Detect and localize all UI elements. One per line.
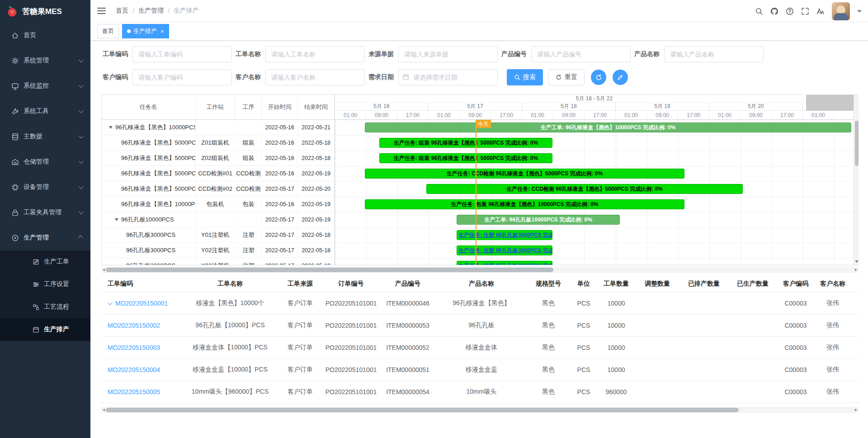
filter-field-source-document: 来源单据 (368, 46, 501, 62)
table-hscroll-thumb[interactable] (106, 408, 739, 412)
sidebar-item-home[interactable]: 首页 (0, 23, 90, 48)
gantt-horizontal-scrollbar[interactable] (101, 267, 859, 273)
search-button[interactable]: 搜索 (507, 69, 543, 85)
scroll-left-arrow-icon[interactable] (103, 409, 105, 411)
sidebar-subitem-flow[interactable]: 工艺流程 (0, 296, 90, 318)
table-cell: ITEM00000052 (379, 337, 436, 358)
workorder-link[interactable]: MO202205150003 (108, 344, 160, 351)
table-horizontal-scrollbar[interactable] (101, 407, 859, 413)
gantt-row[interactable]: 96孔移液盒【黑色】10000PCS包装机包装2022-05-162022-05… (102, 197, 335, 212)
app-logo[interactable]: 苦糖果MES (0, 0, 90, 23)
user-menu-caret-icon[interactable] (857, 10, 862, 13)
gantt-bar-task[interactable]: 生产任务: 注塑 96孔孔板3000PCS 完成比例: 0% (457, 261, 552, 265)
workorder-name-input[interactable] (265, 46, 365, 62)
font-size-icon[interactable] (816, 7, 825, 15)
table-row[interactable]: MO202205150001移液盒【黑色】10000个客户订单PO2022051… (101, 292, 859, 315)
workorders-table: 工单编码工单名称工单来源订单编号产品编号产品名称规格型号单位工单数量调整数量已排… (101, 275, 859, 404)
gantt-row[interactable]: 96孔孔板3000PCSY02注塑机注塑2022-05-172022-05-18 (102, 243, 335, 258)
gantt-bar-task[interactable]: 生产任务: CCD检测 96孔移液盒【黑色】5000PCS 完成比例: 0% (426, 184, 743, 194)
gantt-row[interactable]: 96孔移液盒【黑色】5000PCSCCD检测#01CCD检测2022-05-16… (102, 166, 335, 181)
gantt-vertical-scrollbar[interactable] (854, 95, 859, 265)
tab-close-icon[interactable]: × (160, 28, 164, 34)
table-row[interactable]: MO20220515000510mm吸头【960000】PCS客户订单PO202… (101, 381, 859, 403)
gantt-bar-task[interactable]: 生产任务: 注塑 96孔孔板3000PCS 完成比例: 0% (457, 245, 552, 255)
sidebar-item-database[interactable]: 主数据 (0, 124, 90, 149)
gantt-vscroll-thumb[interactable] (855, 121, 859, 166)
search-icon[interactable] (755, 7, 763, 15)
table-row[interactable]: MO202205150004移液盒盒盖【10000】PCS客户订单PO20220… (101, 359, 859, 381)
user-avatar[interactable] (832, 2, 850, 20)
gantt-bar-project[interactable]: 生产工单: 96孔移液盒【黑色】10000PCS 完成比例: 0% (365, 122, 851, 132)
sidebar-item-tools[interactable]: 系统工具 (0, 99, 90, 124)
sidebar-toggle-icon[interactable] (97, 7, 106, 14)
sidebar-item-label: 系统管理 (24, 57, 79, 65)
gantt-hscroll-thumb[interactable] (106, 268, 553, 272)
sidebar-subitem-process[interactable]: 工序设置 (0, 273, 90, 296)
workorder-code-input[interactable] (132, 46, 232, 62)
gantt-workstation: Y02注塑机 (196, 243, 236, 258)
sidebar-item-monitor[interactable]: 系统监控 (0, 73, 90, 99)
gantt-row[interactable]: 96孔孔板3000PCSY03注塑机注塑2022-05-172022-05-18 (102, 258, 335, 265)
gantt-bar-task[interactable]: 生产任务: CCD检测 96孔移液盒【黑色】5000PCS 完成比例: 0% (365, 169, 684, 179)
workorder-link[interactable]: MO202205150004 (108, 366, 160, 373)
tree-expand-caret[interactable] (109, 126, 113, 129)
sidebar-item-label: 仓储管理 (24, 158, 79, 166)
gantt-row[interactable]: 96孔移液盒【黑色】5000PCSCCD检测#02CCD检测2022-05-17… (102, 181, 335, 197)
gantt-column-header: 开始时间 (262, 95, 298, 119)
source-document-input[interactable] (398, 46, 498, 62)
workorder-link[interactable]: MO202205150002 (108, 322, 160, 329)
gantt-row[interactable]: 96孔孔板10000PCS2022-05-172022-05-19 (102, 212, 335, 227)
product-code-input[interactable] (531, 46, 631, 62)
table-cell: 客户订单 (278, 337, 323, 358)
workorder-link[interactable]: MO202205150001 (115, 300, 168, 307)
reset-button[interactable]: 重置 (548, 69, 585, 85)
table-cell: PCS (570, 315, 597, 336)
product-name-input[interactable] (664, 46, 764, 62)
filter-label-product-code: 产品编号 (501, 50, 527, 58)
gantt-vscroll-down-arrow-icon[interactable] (855, 260, 859, 263)
sidebar-item-production[interactable]: 生产管理 (0, 225, 90, 250)
tab-home[interactable]: 首页 (97, 24, 119, 38)
row-expand-caret[interactable] (108, 300, 113, 305)
table-column-header: 规格型号 (527, 275, 570, 292)
gantt-bar-task[interactable]: 生产任务: 注塑 96孔孔板3000PCS 完成比例: 0% (457, 230, 552, 240)
table-row[interactable]: MO20220515000296孔孔板【10000】PCS客户订单PO20220… (101, 315, 859, 337)
table-cell: 客户订单 (278, 315, 323, 336)
tab-production-scheduling[interactable]: 生产排产× (122, 24, 169, 38)
database-icon (11, 133, 19, 141)
gantt-row[interactable]: 96孔移液盒【黑色】5000PCSZ02组装机组装2022-05-162022-… (102, 151, 335, 166)
gantt-bar-task[interactable]: 生产任务: 组装 96孔移液盒【黑色】5000PCS 完成比例: 0% (379, 153, 552, 163)
customer-code-input[interactable] (132, 69, 232, 85)
sidebar-item-gear[interactable]: 系统管理 (0, 48, 90, 73)
tab-label: 生产排产 (133, 27, 157, 35)
gantt-bar-task[interactable]: 生产任务: 组装 96孔移液盒【黑色】5000PCS 完成比例: 0% (379, 138, 552, 148)
breadcrumb-item[interactable]: 生产管理 (138, 7, 164, 15)
github-icon[interactable] (770, 7, 778, 15)
gantt-bar-project[interactable]: 生产工单: 96孔孔板10000PCS 完成比例: 0% (457, 215, 620, 225)
gantt-bar-task[interactable]: 生产任务: 包装 96孔移液盒【黑色】10000PCS 完成比例: 0% (365, 199, 684, 209)
gantt-row[interactable]: 96孔移液盒【黑色】5000PCSZ01组装机组装2022-05-162022-… (102, 135, 335, 151)
table-row[interactable]: MO202205150003移液盒盒体【10000】PCS客户订单PO20220… (101, 337, 859, 359)
breadcrumb-item[interactable]: 首页 (116, 7, 128, 15)
table-cell (679, 381, 728, 403)
demand-date-input[interactable] (398, 69, 498, 85)
scroll-left-arrow-icon[interactable] (103, 268, 105, 271)
edit-circle-button[interactable] (613, 70, 628, 85)
logo-icon (6, 5, 19, 18)
tree-expand-caret[interactable] (115, 218, 118, 221)
help-icon[interactable] (786, 7, 794, 15)
gantt-row[interactable]: 96孔孔板3000PCSY01注塑机注塑2022-05-172022-05-18 (102, 227, 335, 243)
workorder-link[interactable]: MO202205150005 (108, 388, 160, 396)
sidebar-item-device[interactable]: 设备管理 (0, 174, 90, 200)
scroll-right-arrow-icon[interactable] (855, 268, 857, 271)
gantt-row[interactable]: 96孔移液盒【黑色】10000PCS2022-05-162022-05-21 (102, 120, 335, 135)
refresh-circle-button[interactable] (591, 70, 606, 85)
gantt-time-label: 01:00 (335, 111, 366, 119)
sidebar-subitem-workorder[interactable]: 生产工单 (0, 250, 90, 273)
scroll-right-arrow-icon[interactable] (855, 409, 857, 411)
fullscreen-icon[interactable] (801, 7, 809, 15)
sidebar-item-warehouse[interactable]: 仓储管理 (0, 149, 90, 174)
sidebar-subitem-schedule[interactable]: 生产排产 (0, 318, 90, 341)
customer-name-input[interactable] (265, 69, 365, 85)
sidebar-item-fixture[interactable]: 工装夹具管理 (0, 200, 90, 225)
